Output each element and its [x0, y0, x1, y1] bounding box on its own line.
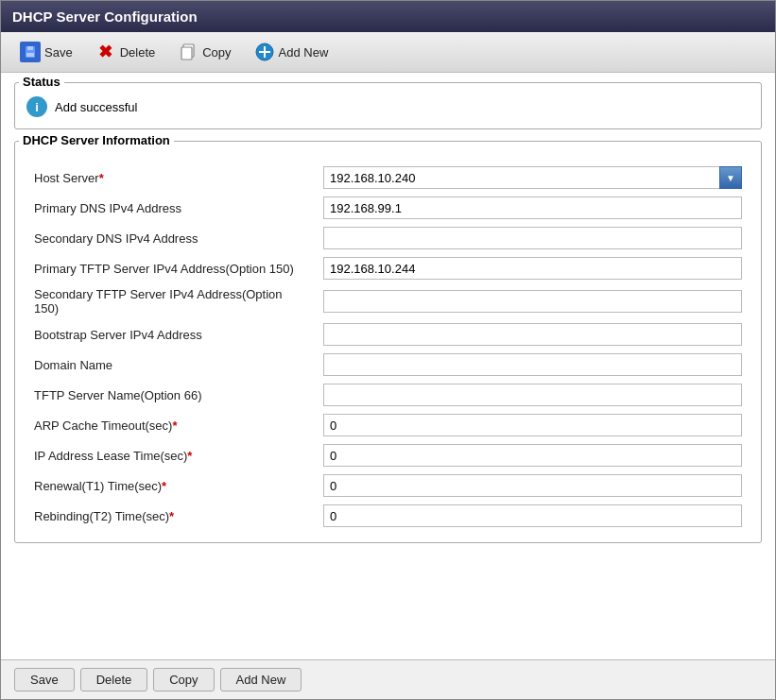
- status-section: Status i Add successful: [14, 82, 762, 129]
- field-label: Bootstrap Server IPv4 Address: [26, 319, 316, 350]
- bottom-save-button[interactable]: Save: [14, 668, 75, 691]
- form-row: Rebinding(T2) Time(sec)*: [26, 501, 750, 531]
- field-value: [316, 440, 750, 470]
- field-label: Primary DNS IPv4 Address: [26, 193, 316, 223]
- dhcp-form-table: Host Server*192.168.10.240▼Primary DNS I…: [26, 162, 750, 531]
- status-legend: Status: [19, 75, 64, 89]
- field-input[interactable]: [323, 290, 742, 313]
- title-bar: DHCP Server Configuration: [1, 1, 775, 32]
- bottom-toolbar: Save Delete Copy Add New: [1, 659, 775, 699]
- field-label: Rebinding(T2) Time(sec)*: [26, 501, 316, 531]
- form-row: TFTP Server Name(Option 66): [26, 380, 750, 410]
- form-row: IP Address Lease Time(sec)*: [26, 440, 750, 470]
- field-value: 192.168.10.240▼: [316, 162, 750, 193]
- status-message: Add successful: [55, 100, 137, 114]
- delete-button[interactable]: ✖ Delete: [86, 38, 165, 66]
- field-input[interactable]: [323, 444, 742, 467]
- required-star: *: [169, 509, 174, 523]
- field-label: TFTP Server Name(Option 66): [26, 380, 316, 410]
- svg-rect-7: [259, 51, 270, 53]
- field-label: Secondary TFTP Server IPv4 Address(Optio…: [26, 283, 316, 319]
- main-window: DHCP Server Configuration Save ✖ Delete …: [0, 0, 776, 700]
- field-label: IP Address Lease Time(sec)*: [26, 440, 316, 470]
- copy-button[interactable]: Copy: [168, 38, 240, 66]
- field-input[interactable]: [323, 353, 742, 376]
- field-value: [316, 223, 750, 253]
- info-icon: i: [26, 96, 47, 117]
- field-input[interactable]: [323, 414, 742, 436]
- field-input[interactable]: [323, 384, 742, 406]
- form-row: ARP Cache Timeout(sec)*: [26, 410, 750, 440]
- delete-icon: ✖: [95, 42, 116, 62]
- field-value: [316, 380, 750, 410]
- form-row: Secondary DNS IPv4 Address: [26, 223, 750, 253]
- copy-label: Copy: [202, 45, 231, 60]
- required-star: *: [187, 449, 192, 463]
- required-star: *: [172, 418, 177, 433]
- form-row: Domain Name: [26, 350, 750, 380]
- delete-label: Delete: [120, 45, 156, 60]
- dhcp-info-section: DHCP Server Information Host Server*192.…: [14, 141, 762, 543]
- field-label: Primary TFTP Server IPv4 Address(Option …: [26, 253, 316, 283]
- required-star: *: [162, 479, 166, 493]
- bottom-addnew-button[interactable]: Add New: [220, 668, 302, 691]
- field-value: [316, 319, 750, 350]
- field-value: [316, 470, 750, 501]
- field-label: Domain Name: [26, 350, 316, 380]
- field-label: Renewal(T1) Time(sec)*: [26, 470, 316, 501]
- field-value: [316, 193, 750, 223]
- addnew-button[interactable]: Add New: [245, 38, 338, 66]
- content-area: Status i Add successful DHCP Server Info…: [1, 73, 775, 659]
- field-input[interactable]: [323, 227, 742, 249]
- field-input[interactable]: [323, 196, 742, 219]
- field-input[interactable]: [323, 257, 742, 280]
- status-area: i Add successful: [26, 91, 750, 117]
- dhcp-legend: DHCP Server Information: [19, 133, 174, 147]
- form-row: Primary TFTP Server IPv4 Address(Option …: [26, 253, 750, 283]
- required-star: *: [99, 171, 104, 185]
- svg-rect-4: [181, 47, 192, 60]
- select-wrapper: 192.168.10.240▼: [323, 166, 742, 189]
- field-label: Host Server*: [26, 162, 316, 193]
- field-value: [316, 283, 750, 319]
- form-row: Renewal(T1) Time(sec)*: [26, 470, 750, 501]
- form-row: Bootstrap Server IPv4 Address: [26, 319, 750, 350]
- field-value: [316, 350, 750, 380]
- svg-rect-1: [27, 46, 33, 50]
- save-button[interactable]: Save: [10, 38, 82, 66]
- field-input[interactable]: [323, 504, 742, 527]
- field-value: [316, 501, 750, 531]
- form-row: Secondary TFTP Server IPv4 Address(Optio…: [26, 283, 750, 319]
- addnew-label: Add New: [279, 45, 329, 60]
- save-label: Save: [44, 45, 73, 60]
- addnew-icon: [254, 42, 275, 62]
- copy-icon: [178, 42, 198, 62]
- save-icon: [20, 42, 41, 62]
- field-label: Secondary DNS IPv4 Address: [26, 223, 316, 253]
- form-row: Primary DNS IPv4 Address: [26, 193, 750, 223]
- bottom-delete-button[interactable]: Delete: [80, 668, 148, 691]
- field-label: ARP Cache Timeout(sec)*: [26, 410, 316, 440]
- field-input[interactable]: [323, 474, 742, 497]
- field-input[interactable]: [323, 323, 742, 346]
- field-value: [316, 410, 750, 440]
- field-value: [316, 253, 750, 283]
- toolbar: Save ✖ Delete Copy Add New: [1, 32, 775, 73]
- host-server-select[interactable]: 192.168.10.240: [323, 166, 742, 189]
- form-row: Host Server*192.168.10.240▼: [26, 162, 750, 193]
- page-title: DHCP Server Configuration: [12, 9, 198, 25]
- bottom-copy-button[interactable]: Copy: [153, 668, 214, 691]
- svg-rect-2: [26, 53, 34, 57]
